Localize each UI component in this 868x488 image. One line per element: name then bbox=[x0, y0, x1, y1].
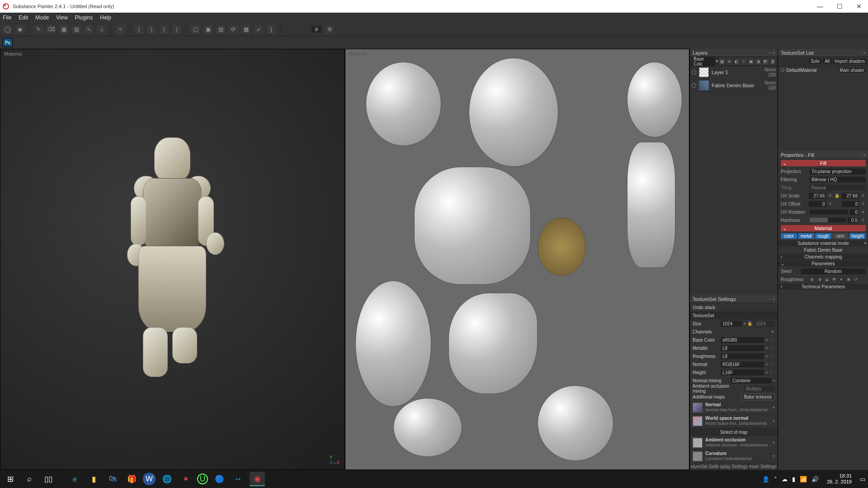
fill-section-head[interactable]: ⌄Fill bbox=[781, 160, 866, 166]
brush-size[interactable]: 8 bbox=[311, 26, 321, 33]
size-w-select[interactable]: 1024 bbox=[721, 321, 742, 327]
app-icon[interactable]: U bbox=[197, 474, 208, 484]
layer-row[interactable]: Layer 1 Norm100 bbox=[690, 66, 778, 79]
lock-icon[interactable]: 🔒 bbox=[747, 321, 752, 326]
tool-eraser-icon[interactable]: ⌫ bbox=[47, 25, 56, 34]
preset-icon[interactable]: ◓ bbox=[831, 277, 837, 282]
remove-map-icon[interactable]: × bbox=[772, 440, 775, 445]
tool-particle-icon[interactable]: ✧ bbox=[116, 25, 125, 34]
undock-icon[interactable]: ▫ bbox=[860, 51, 862, 55]
preset-icon[interactable]: ◐ bbox=[810, 277, 815, 282]
remove-channel-icon[interactable]: − bbox=[769, 354, 775, 359]
edge-icon[interactable]: ｅ bbox=[67, 472, 82, 486]
close-icon[interactable]: × bbox=[864, 241, 867, 246]
menu-plugins[interactable]: Plugins bbox=[75, 14, 93, 21]
store-icon[interactable]: 🛍 bbox=[105, 472, 120, 486]
tech-params-row[interactable]: ›Technical Parameters bbox=[778, 284, 868, 290]
reset-icon[interactable]: ↺ bbox=[853, 277, 859, 282]
uvrotation-input[interactable] bbox=[849, 209, 859, 215]
remove-map-icon[interactable]: × bbox=[772, 454, 775, 459]
preset-icon[interactable]: ● bbox=[839, 277, 844, 282]
select-id-map[interactable]: Select id map bbox=[690, 428, 778, 436]
view-single-icon[interactable]: ▢ bbox=[191, 25, 200, 34]
minimize-button[interactable]: — bbox=[817, 3, 823, 10]
map-item[interactable]: NormalNormal Map from...DefaultMaterial× bbox=[690, 401, 778, 414]
hardness-input[interactable] bbox=[848, 217, 859, 223]
undock-icon[interactable]: ▫ bbox=[769, 297, 771, 301]
remove-channel-icon[interactable]: − bbox=[769, 362, 775, 367]
pill-height[interactable]: height bbox=[849, 233, 866, 239]
projection-select[interactable]: Tri-planar projection bbox=[810, 169, 866, 174]
tool-ortho-icon[interactable]: ◯ bbox=[3, 25, 12, 34]
clock[interactable]: 18:31 26. 2. 2019 bbox=[823, 473, 855, 485]
fullscreen-icon[interactable]: ⤢ bbox=[254, 25, 263, 34]
tray-expand-icon[interactable]: ˄ bbox=[774, 476, 777, 483]
sym-radial-icon[interactable]: ) bbox=[172, 25, 181, 34]
random-button[interactable]: Random bbox=[801, 268, 866, 274]
uvscale-y-input[interactable] bbox=[842, 193, 859, 199]
textureset-item[interactable]: DefaultMaterial Main shader bbox=[778, 66, 868, 74]
solo-button[interactable]: Solo bbox=[809, 59, 821, 64]
notifications-icon[interactable]: ▭ bbox=[860, 476, 865, 483]
pill-metal[interactable]: metal bbox=[798, 233, 814, 239]
start-button[interactable]: ⊞ bbox=[3, 472, 18, 486]
reset-icon[interactable]: ↺ bbox=[828, 193, 833, 198]
uvscale-x-input[interactable] bbox=[809, 193, 826, 199]
view-split-icon[interactable]: ▣ bbox=[203, 25, 212, 34]
pill-nrm[interactable]: nrm bbox=[832, 233, 849, 239]
sym-z-icon[interactable]: ) bbox=[160, 25, 169, 34]
remove-channel-icon[interactable]: − bbox=[769, 370, 775, 375]
menu-edit[interactable]: Edit bbox=[19, 14, 28, 21]
hardness-slider[interactable] bbox=[810, 218, 846, 222]
remove-channel-icon[interactable]: − bbox=[769, 338, 775, 343]
undock-icon[interactable]: ▫ bbox=[860, 153, 862, 157]
tool-clone-icon[interactable]: ⎌ bbox=[97, 25, 106, 34]
display-next-icon[interactable]: } bbox=[267, 25, 276, 34]
channel-selector[interactable]: Base Colc bbox=[692, 56, 715, 66]
add-fill-icon[interactable]: ● bbox=[726, 58, 732, 65]
reset-icon[interactable]: ↺ bbox=[861, 202, 866, 206]
browser-icon[interactable]: 🌐 bbox=[159, 472, 175, 486]
size-h-select[interactable]: 1024 bbox=[754, 321, 775, 327]
add-folder-icon[interactable]: ▣ bbox=[748, 58, 754, 65]
channels-mapping-row[interactable]: ›Channels mapping bbox=[778, 254, 868, 260]
brush-settings-icon[interactable]: ⚙ bbox=[325, 25, 334, 34]
explorer-icon[interactable]: ▮ bbox=[86, 472, 101, 486]
chrome-icon[interactable]: 🔵 bbox=[212, 472, 227, 486]
reset-icon[interactable]: ↺ bbox=[861, 193, 866, 198]
viewport-2d[interactable]: Material bbox=[345, 49, 690, 470]
people-icon[interactable]: 👤 bbox=[762, 476, 769, 483]
toggle-icon[interactable]: ◑ bbox=[755, 58, 761, 65]
undo-stack-button[interactable]: Undo stack bbox=[690, 303, 778, 311]
menu-file[interactable]: File bbox=[3, 14, 11, 21]
visibility-radio[interactable] bbox=[692, 83, 696, 88]
word-icon[interactable]: W bbox=[143, 473, 156, 485]
app-icon[interactable]: ✶ bbox=[178, 472, 193, 486]
search-icon[interactable]: ⌕ bbox=[22, 472, 37, 486]
preset-icon[interactable]: ◒ bbox=[824, 277, 830, 282]
close-icon[interactable]: × bbox=[773, 51, 775, 55]
add-effect-icon[interactable]: ✧ bbox=[741, 58, 747, 65]
tool-brush-icon[interactable]: ✎ bbox=[34, 25, 43, 34]
uvoffset-x-input[interactable] bbox=[809, 201, 826, 207]
substance-painter-icon[interactable]: ◉ bbox=[250, 472, 265, 486]
tab-viewer[interactable]: ewer Settings bbox=[748, 463, 778, 470]
reset-icon[interactable]: ↺ bbox=[860, 210, 866, 214]
lock-icon[interactable]: 🔒 bbox=[835, 193, 840, 198]
teamviewer-icon[interactable]: ↔ bbox=[231, 472, 246, 486]
sym-y-icon[interactable]: ) bbox=[147, 25, 156, 34]
tool-projection-icon[interactable]: ▦ bbox=[59, 25, 68, 34]
reset-icon[interactable]: ↺ bbox=[828, 202, 833, 206]
add-layer-icon[interactable]: ▦ bbox=[719, 58, 725, 65]
filtering-select[interactable]: Bilinear | HQ bbox=[810, 177, 866, 183]
menu-mode[interactable]: Mode bbox=[35, 14, 49, 21]
material-section-head[interactable]: ⌄Material bbox=[781, 225, 866, 231]
remove-map-icon[interactable]: × bbox=[772, 405, 775, 410]
tool-smudge-icon[interactable]: ∿ bbox=[85, 25, 94, 34]
gift-icon[interactable]: 🎁 bbox=[124, 472, 139, 486]
tool-persp-icon[interactable]: ◉ bbox=[15, 25, 24, 34]
tab-display[interactable]: splay Settings bbox=[719, 463, 749, 470]
remove-map-icon[interactable]: × bbox=[772, 418, 775, 423]
uvoffset-y-input[interactable] bbox=[842, 201, 859, 207]
shader-select[interactable]: Main shader bbox=[838, 68, 866, 73]
